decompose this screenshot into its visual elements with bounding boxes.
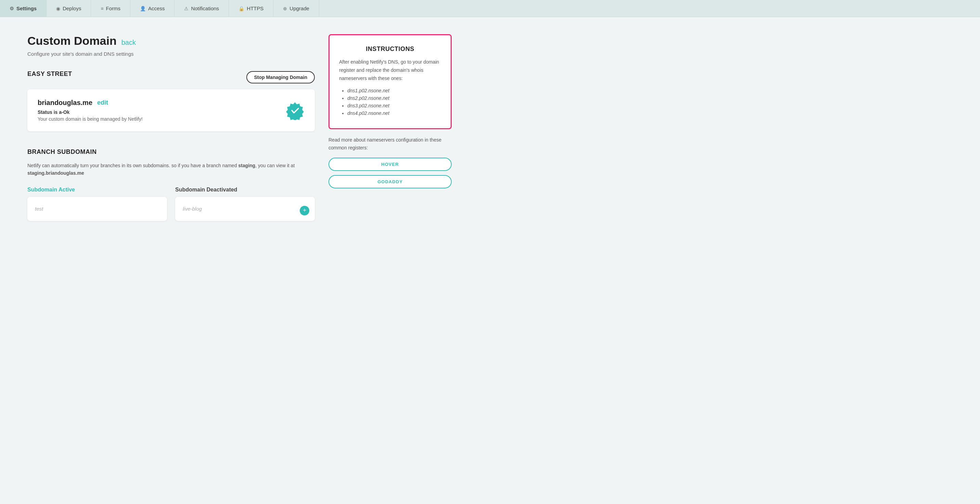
domain-status-desc: Your custom domain is being managed by N… [38, 116, 143, 122]
subdomain-active-placeholder: test [35, 206, 43, 212]
page-container: Custom Domain back Configure your site's… [0, 17, 479, 238]
hover-button[interactable]: HOVER [328, 158, 452, 171]
domain-card: briandouglas.me edit Status is a-Ok Your… [27, 89, 315, 131]
branch-desc-part1: Netlify can automatically turn your bran… [27, 163, 238, 168]
branch-desc: Netlify can automatically turn your bran… [27, 162, 315, 177]
nameserver-4: dns4.p02.nsone.net [347, 111, 441, 116]
nav-label-deploys: Deploys [63, 5, 81, 11]
read-more-text: Read more about nameservers configuratio… [328, 136, 452, 152]
nameserver-2: dns2.p02.nsone.net [347, 95, 441, 101]
stop-managing-button[interactable]: Stop Managing Domain [247, 71, 315, 84]
deploys-icon: ◉ [56, 6, 60, 11]
branch-subdomain-title: BRANCH SUBDOMAIN [27, 148, 315, 155]
instructions-desc: After enabling Netlify's DNS, go to your… [339, 58, 441, 82]
godaddy-button[interactable]: GODADDY [328, 175, 452, 189]
nav-label-settings: Settings [16, 5, 37, 11]
forms-icon: ≡ [100, 6, 103, 11]
page-title: Custom Domain [27, 34, 117, 48]
notifications-icon: ⚠ [184, 6, 189, 11]
top-nav: ⚙ Settings ◉ Deploys ≡ Forms 👤 Access ⚠ … [0, 0, 980, 17]
nav-item-deploys[interactable]: ◉ Deploys [46, 0, 91, 17]
subdomain-active-col: Subdomain Active test [27, 187, 167, 221]
nameserver-1: dns1.p02.nsone.net [347, 88, 441, 94]
page-title-row: Custom Domain back [27, 34, 315, 48]
nav-label-access: Access [148, 5, 165, 11]
easy-street-title: EASY STREET [27, 70, 72, 78]
subdomain-active-title: Subdomain Active [27, 187, 167, 193]
domain-name: briandouglas.me [38, 99, 92, 107]
subdomain-columns: Subdomain Active test Subdomain Deactiva… [27, 187, 315, 221]
nav-label-forms: Forms [106, 5, 121, 11]
https-icon: 🔒 [239, 6, 244, 11]
nameserver-3: dns3.p02.nsone.net [347, 103, 441, 108]
subdomain-inactive-title: Subdomain Deactivated [175, 187, 315, 193]
domain-status-label: Status is a-Ok [38, 109, 143, 115]
page-subtitle: Configure your site's domain and DNS set… [27, 51, 315, 57]
main-content: Custom Domain back Configure your site's… [27, 34, 315, 221]
subdomain-inactive-col: Subdomain Deactivated live-blog + [175, 187, 315, 221]
domain-info: briandouglas.me edit Status is a-Ok Your… [38, 99, 143, 122]
domain-name-row: briandouglas.me edit [38, 99, 143, 107]
nav-item-access[interactable]: 👤 Access [130, 0, 175, 17]
nav-label-https: HTTPS [247, 5, 264, 11]
domain-section-header: EASY STREET Stop Managing Domain [27, 70, 315, 84]
sidebar-content: INSTRUCTIONS After enabling Netlify's DN… [328, 34, 452, 221]
back-link[interactable]: back [121, 39, 136, 46]
nav-item-settings[interactable]: ⚙ Settings [0, 0, 46, 17]
nav-label-notifications: Notifications [191, 5, 219, 11]
nav-label-upgrade: Upgrade [290, 5, 309, 11]
nav-item-notifications[interactable]: ⚠ Notifications [175, 0, 229, 17]
instructions-title: INSTRUCTIONS [339, 46, 441, 53]
access-icon: 👤 [140, 6, 146, 11]
branch-staging-text: staging [238, 163, 255, 168]
upgrade-icon: ⊕ [283, 6, 287, 11]
nameserver-list: dns1.p02.nsone.net dns2.p02.nsone.net dn… [339, 88, 441, 116]
subdomain-active-input[interactable]: test [27, 197, 167, 221]
verified-badge [285, 101, 305, 120]
subdomain-inactive-placeholder: live-blog [183, 206, 202, 212]
nav-item-upgrade[interactable]: ⊕ Upgrade [274, 0, 319, 17]
branch-desc-part2: , you can view it at [255, 163, 294, 168]
domain-edit-link[interactable]: edit [97, 99, 108, 106]
nav-item-https[interactable]: 🔒 HTTPS [229, 0, 274, 17]
settings-icon: ⚙ [10, 6, 14, 11]
add-subdomain-icon[interactable]: + [300, 206, 309, 216]
branch-example-url: staging.briandouglas.me [27, 170, 84, 176]
nav-item-forms[interactable]: ≡ Forms [91, 0, 130, 17]
subdomain-inactive-input[interactable]: live-blog + [175, 197, 315, 221]
instructions-panel: INSTRUCTIONS After enabling Netlify's DN… [328, 34, 452, 129]
